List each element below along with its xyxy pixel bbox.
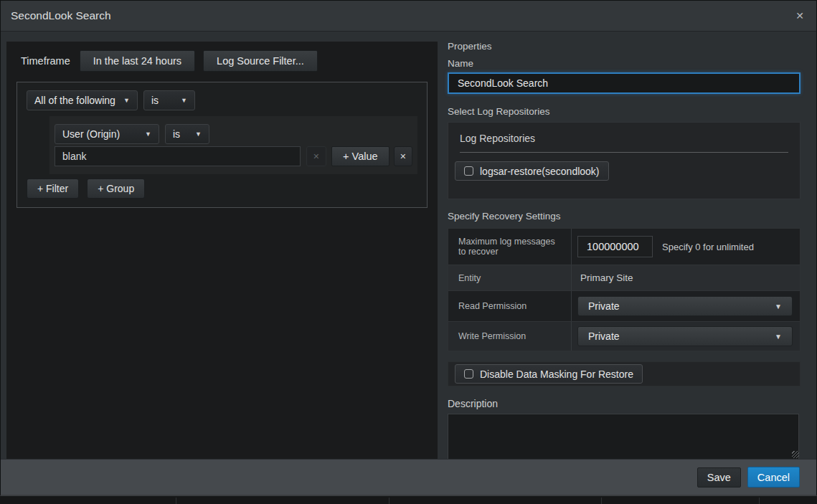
read-permission-label: Read Permission xyxy=(448,291,572,321)
field-condition-dropdown[interactable]: is ▼ xyxy=(165,124,209,144)
repo-checkbox-item[interactable]: logsar-restore(secondlook) xyxy=(455,161,609,181)
recovery-section-label: Specify Recovery Settings xyxy=(448,211,801,222)
resize-handle-icon[interactable] xyxy=(792,451,799,458)
add-buttons-row: + Filter + Group xyxy=(27,179,417,199)
field-row: User (Origin) ▼ is ▼ xyxy=(55,124,412,144)
description-wrap xyxy=(448,414,801,460)
description-label: Description xyxy=(448,398,801,409)
divider xyxy=(460,152,788,153)
chevron-down-icon: ▼ xyxy=(775,333,782,341)
entity-value: Primary Site xyxy=(577,272,633,283)
repos-section-label: Select Log Repositories xyxy=(448,106,801,117)
timeframe-button[interactable]: In the last 24 hours xyxy=(80,50,195,72)
background-divider xyxy=(389,498,389,504)
table-row: Entity Primary Site xyxy=(448,265,800,290)
background-divider xyxy=(176,498,176,504)
chevron-down-icon: ▼ xyxy=(195,130,202,138)
filter-group-container: All of the following ▼ is ▼ User (Origin… xyxy=(16,82,428,208)
group-operator-row: All of the following ▼ is ▼ xyxy=(27,90,417,110)
value-row: ✕ + Value ✕ xyxy=(55,146,412,166)
checkbox-unchecked-icon[interactable] xyxy=(464,369,473,379)
chevron-down-icon: ▼ xyxy=(775,303,782,310)
group-condition-dropdown[interactable]: is ▼ xyxy=(143,90,195,110)
max-messages-cell: Specify 0 for unlimited xyxy=(572,229,800,265)
dialog-titlebar: SecondLook Search ✕ xyxy=(1,1,816,32)
entity-cell: Primary Site xyxy=(572,265,800,290)
log-repositories-header: Log Repositories xyxy=(448,131,800,144)
max-messages-hint: Specify 0 for unlimited xyxy=(662,242,754,252)
chevron-down-icon: ▼ xyxy=(145,130,151,138)
dialog-footer: Save Cancel xyxy=(1,459,816,495)
write-permission-dropdown[interactable]: Private ▼ xyxy=(577,326,793,346)
timeframe-label: Timeframe xyxy=(21,55,70,67)
cancel-button[interactable]: Cancel xyxy=(747,467,800,488)
background-divider xyxy=(759,498,760,504)
group-operator-value: All of the following xyxy=(34,95,115,106)
field-dropdown[interactable]: User (Origin) ▼ xyxy=(55,124,159,144)
chevron-down-icon: ▼ xyxy=(181,97,187,104)
entity-label: Entity xyxy=(448,265,572,290)
description-textarea[interactable] xyxy=(448,414,799,460)
dialog-title: SecondLook Search xyxy=(11,9,111,22)
checkbox-unchecked-icon[interactable] xyxy=(464,166,473,176)
add-value-button[interactable]: + Value xyxy=(331,146,389,166)
name-input[interactable] xyxy=(448,72,801,94)
group-condition-value: is xyxy=(151,95,159,106)
close-icon[interactable]: ✕ xyxy=(793,9,807,23)
remove-filter-icon[interactable]: ✕ xyxy=(394,146,412,166)
max-messages-label: Maximum log messages to recover xyxy=(448,229,572,265)
recovery-settings-table: Maximum log messages to recover Specify … xyxy=(448,228,801,351)
chevron-down-icon: ▼ xyxy=(123,97,130,104)
remove-value-icon: ✕ xyxy=(306,146,326,166)
table-row: Read Permission Private ▼ xyxy=(448,290,800,321)
group-operator-dropdown[interactable]: All of the following ▼ xyxy=(27,90,138,110)
add-filter-button[interactable]: + Filter xyxy=(27,179,79,199)
max-messages-input[interactable] xyxy=(577,236,653,257)
read-permission-cell: Private ▼ xyxy=(572,291,800,321)
name-label: Name xyxy=(448,58,801,69)
filter-value-input[interactable] xyxy=(55,146,301,166)
secondlook-search-dialog: SecondLook Search ✕ Timeframe In the las… xyxy=(0,0,817,496)
table-row: Maximum log messages to recover Specify … xyxy=(448,229,800,265)
properties-section-label: Properties xyxy=(448,41,801,52)
query-builder-panel: Timeframe In the last 24 hours Log Sourc… xyxy=(6,42,438,460)
log-source-filter-button[interactable]: Log Source Filter... xyxy=(203,50,318,72)
save-button[interactable]: Save xyxy=(697,467,741,488)
write-permission-label: Write Permission xyxy=(448,322,572,351)
repo-item-label: logsar-restore(secondlook) xyxy=(480,166,600,177)
write-permission-cell: Private ▼ xyxy=(572,322,800,351)
field-condition-value: is xyxy=(173,128,180,140)
filter-row-group: User (Origin) ▼ is ▼ ✕ + Value ✕ xyxy=(49,116,417,174)
background-page-strip xyxy=(0,495,817,504)
data-masking-strip: Disable Data Masking For Restore xyxy=(448,361,801,386)
timeframe-row: Timeframe In the last 24 hours Log Sourc… xyxy=(6,42,438,72)
table-row: Write Permission Private ▼ xyxy=(448,321,800,351)
log-repositories-panel: Log Repositories logsar-restore(secondlo… xyxy=(448,122,801,199)
read-permission-dropdown[interactable]: Private ▼ xyxy=(577,296,793,316)
read-permission-value: Private xyxy=(588,300,620,312)
background-divider xyxy=(601,498,602,504)
disable-masking-label: Disable Data Masking For Restore xyxy=(480,369,633,380)
add-group-button[interactable]: + Group xyxy=(87,179,145,199)
field-value: User (Origin) xyxy=(62,128,120,140)
properties-panel: Properties Name Select Log Repositories … xyxy=(448,41,801,460)
write-permission-value: Private xyxy=(588,331,620,342)
screen: SecondLook Search ✕ Timeframe In the las… xyxy=(0,0,817,504)
disable-masking-checkbox-item[interactable]: Disable Data Masking For Restore xyxy=(455,364,643,384)
